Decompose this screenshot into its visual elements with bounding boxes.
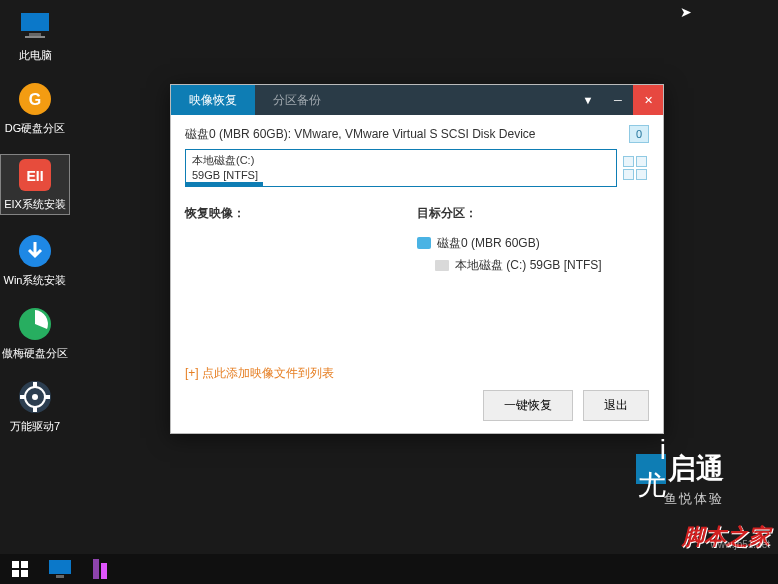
desktop-icon-label: Win系统安装: [4, 273, 67, 288]
taskbar: www.jb51.net: [0, 554, 778, 584]
tab-image-restore[interactable]: 映像恢复: [171, 85, 255, 115]
svg-rect-21: [56, 575, 64, 578]
desktop-icon-label: 万能驱动7: [10, 419, 60, 434]
svg-rect-17: [21, 561, 28, 568]
svg-rect-18: [12, 570, 19, 577]
partition-size: 59GB [NTFS]: [192, 168, 610, 183]
svg-rect-14: [20, 395, 26, 399]
partition-name: 本地磁盘(C:): [192, 153, 610, 168]
start-button[interactable]: [0, 554, 40, 584]
eix-window: 映像恢复 分区备份 ▼ ─ ✕ 磁盘0 (MBR 60GB): VMware, …: [170, 84, 664, 434]
svg-rect-13: [33, 406, 37, 412]
tree-partition-label: 本地磁盘 (C:) 59GB [NTFS]: [455, 254, 602, 276]
dropdown-button[interactable]: ▼: [573, 85, 603, 115]
disk-icon: [417, 237, 431, 249]
svg-rect-0: [21, 13, 49, 31]
cursor-icon: ➤: [680, 4, 692, 20]
desktop-icon-label: 傲梅硬盘分区: [2, 346, 68, 361]
svg-text:G: G: [29, 91, 41, 108]
svg-rect-16: [12, 561, 19, 568]
tree-partition-row[interactable]: 本地磁盘 (C:) 59GB [NTFS]: [435, 254, 649, 276]
folder-icon: [435, 260, 449, 271]
desktop-icons: 此电脑 G DG硬盘分区 EII EIX系统安装 Win系统安装 傲梅硬盘分区 …: [0, 0, 70, 452]
close-button[interactable]: ✕: [633, 85, 663, 115]
svg-rect-23: [101, 563, 107, 579]
brand-logo: i尤启通 鱼悦体验: [636, 450, 724, 508]
add-image-link[interactable]: [+] 点此添加映像文件到列表: [185, 365, 649, 382]
taskbar-app-1[interactable]: [40, 554, 80, 584]
desktop-icon-win[interactable]: Win系统安装: [0, 233, 70, 288]
svg-rect-15: [44, 395, 50, 399]
svg-rect-1: [29, 33, 41, 36]
restore-image-title: 恢复映像：: [185, 205, 417, 222]
titlebar: 映像恢复 分区备份 ▼ ─ ✕: [171, 85, 663, 115]
desktop-icon-aomei[interactable]: 傲梅硬盘分区: [0, 306, 70, 361]
tab-partition-backup[interactable]: 分区备份: [255, 85, 339, 115]
restore-button[interactable]: 一键恢复: [483, 390, 573, 421]
disk-info-text: 磁盘0 (MBR 60GB): VMware, VMware Virtual S…: [185, 126, 621, 143]
exit-button[interactable]: 退出: [583, 390, 649, 421]
svg-rect-22: [93, 559, 99, 579]
tree-disk-label: 磁盘0 (MBR 60GB): [437, 232, 540, 254]
partition-c[interactable]: 本地磁盘(C:) 59GB [NTFS]: [185, 149, 617, 187]
taskbar-app-2[interactable]: [80, 554, 120, 584]
layout-view-icon[interactable]: [623, 149, 649, 187]
desktop-icon-thispc[interactable]: 此电脑: [0, 8, 70, 63]
disk-index-badge: 0: [629, 125, 649, 143]
desktop-icon-label: 此电脑: [19, 48, 52, 63]
desktop-icon-label: EIX系统安装: [4, 197, 66, 212]
svg-rect-2: [25, 36, 45, 38]
svg-rect-12: [33, 382, 37, 388]
svg-rect-20: [49, 560, 71, 574]
target-partition-title: 目标分区：: [417, 205, 649, 222]
svg-rect-19: [21, 570, 28, 577]
desktop-icon-driver[interactable]: 万能驱动7: [0, 379, 70, 434]
minimize-button[interactable]: ─: [603, 85, 633, 115]
svg-point-11: [32, 394, 38, 400]
desktop-icon-dg[interactable]: G DG硬盘分区: [0, 81, 70, 136]
desktop-icon-label: DG硬盘分区: [5, 121, 66, 136]
partition-usage-bar: [186, 182, 263, 186]
tree-disk-row[interactable]: 磁盘0 (MBR 60GB): [417, 232, 649, 254]
watermark-url: www.jb51.net: [711, 539, 770, 550]
svg-text:EII: EII: [26, 168, 43, 184]
desktop-icon-eix[interactable]: EII EIX系统安装: [0, 154, 70, 215]
